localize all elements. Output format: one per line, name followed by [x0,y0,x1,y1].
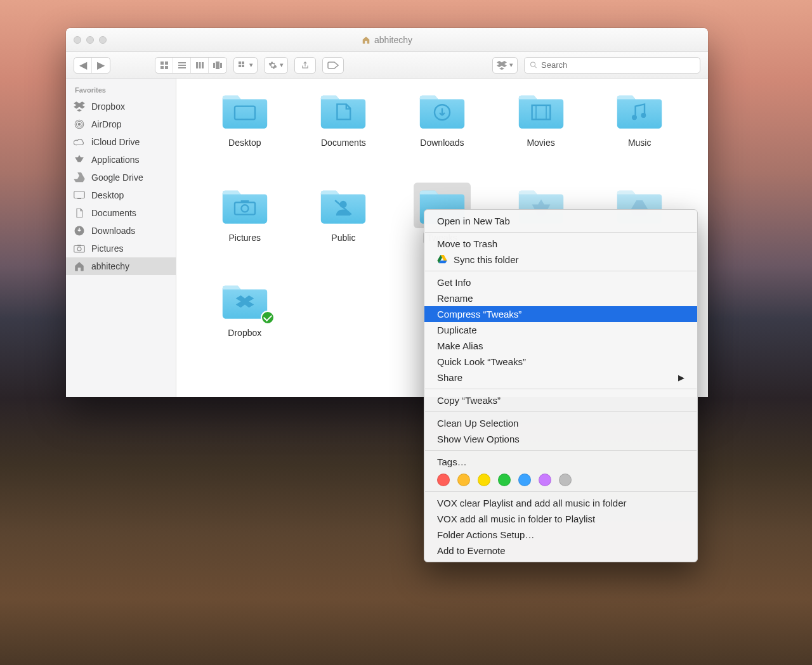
menu-item-add-to-evernote[interactable]: Add to Evernote [424,543,697,558]
tag-dot[interactable] [498,474,511,486]
menu-item-label: Get Info [437,277,471,288]
gdrive-icon [437,255,447,265]
folder-pictures[interactable]: Pictures [195,183,294,278]
forward-button[interactable]: ▶ [92,58,110,73]
folder-public[interactable]: Public [294,183,393,278]
sidebar-item-google-drive[interactable]: Google Drive [66,169,176,186]
toolbar: ◀ ▶ ▾ ▾ ▾ [66,52,708,79]
sidebar-item-label: Desktop [91,190,124,200]
menu-item-compress-tweaks[interactable]: Compress “Tweaks” [424,306,697,322]
menu-item-label: Clean Up Selection [437,418,518,429]
share-button[interactable] [294,57,316,74]
tag-dot[interactable] [559,474,572,486]
menu-item-label: Duplicate [437,325,477,335]
menu-separator [425,411,697,412]
menu-item-vox-clear-playlist-and-add-all-music-in-folder[interactable]: VOX clear Playlist and add all music in … [424,495,697,511]
svg-rect-11 [216,61,219,69]
folder-icon [513,87,570,133]
menu-separator [425,271,697,271]
sidebar-item-icloud-drive[interactable]: iCloud Drive [66,133,176,151]
tag-dot[interactable] [478,474,490,486]
menu-item-open-in-new-tab[interactable]: Open in New Tab [424,213,697,229]
svg-rect-27 [77,245,81,246]
menu-item-label: Rename [437,293,473,304]
menu-item-sync-this-folder[interactable]: Sync this folder [424,252,697,268]
menu-item-label: Make Alias [437,340,483,351]
sidebar-item-desktop[interactable]: Desktop [66,186,176,204]
menu-item-clean-up-selection[interactable]: Clean Up Selection [424,415,697,431]
tag-dot[interactable] [518,474,531,486]
svg-rect-25 [74,246,85,253]
svg-rect-7 [196,62,198,68]
folder-icon [315,87,372,133]
tag-dot[interactable] [437,474,450,486]
menu-separator [425,450,697,451]
traffic-lights [74,36,107,44]
sidebar-item-pictures[interactable]: Pictures [66,240,176,257]
icon-view-button[interactable] [155,58,173,73]
menu-item-get-info[interactable]: Get Info [424,274,697,290]
menu-separator [425,491,697,492]
folder-desktop[interactable]: Desktop [195,87,294,183]
tag-dot[interactable] [457,474,470,486]
sidebar-item-downloads[interactable]: Downloads [66,222,176,240]
list-view-button[interactable] [173,58,191,73]
menu-item-copy-tweaks[interactable]: Copy “Tweaks” [424,392,697,408]
menu-item-make-alias[interactable]: Make Alias [424,338,697,354]
sidebar-item-applications[interactable]: Applications [66,151,176,169]
tag-dot[interactable] [539,474,551,486]
titlebar[interactable]: abhitechy [66,28,708,52]
folder-movies[interactable]: Movies [492,87,591,183]
column-view-button[interactable] [191,58,209,73]
cloud-icon [74,136,85,148]
svg-rect-5 [178,65,186,66]
menu-item-label: Quick Look “Tweaks” [437,356,526,367]
folder-documents[interactable]: Documents [294,87,393,183]
folder-music[interactable]: Music [590,87,689,183]
svg-line-18 [535,66,537,68]
menu-item-duplicate[interactable]: Duplicate [424,322,697,338]
search-input[interactable] [541,60,695,70]
coverflow-view-button[interactable] [209,58,226,73]
downloads-icon [74,225,85,236]
menu-item-rename[interactable]: Rename [424,290,697,306]
minimize-window-button[interactable] [86,36,94,44]
sidebar-item-label: Downloads [91,226,135,236]
svg-rect-6 [178,67,186,68]
menu-item-label: Share [437,372,462,383]
back-button[interactable]: ◀ [74,58,92,73]
arrange-button[interactable]: ▾ [233,57,258,74]
svg-rect-0 [160,61,164,65]
search-field[interactable] [524,57,700,74]
menu-item-label: VOX clear Playlist and add all music in … [437,498,626,508]
menu-item-move-to-trash[interactable]: Move to Trash [424,236,697,252]
dropbox-icon [74,101,85,112]
sidebar-item-label: AirDrop [91,119,121,129]
folder-dropbox[interactable]: Dropbox [195,278,294,373]
svg-rect-14 [242,61,244,64]
menu-item-folder-actions-setup[interactable]: Folder Actions Setup… [424,527,697,543]
window-title-text: abhitechy [374,35,412,45]
menu-item-label: Move to Trash [437,238,497,249]
view-switcher [155,57,227,74]
menu-item-vox-add-all-music-in-folder-to-playlist[interactable]: VOX add all music in folder to Playlist [424,511,697,527]
sidebar-item-documents[interactable]: Documents [66,204,176,222]
tags-button[interactable] [322,57,344,74]
menu-item-label: Show View Options [437,434,520,444]
menu-item-label: Sync this folder [454,254,519,265]
action-button[interactable]: ▾ [264,57,288,74]
sidebar-item-abhitechy[interactable]: abhitechy [66,257,176,275]
menu-item-tags[interactable]: Tags… [424,454,697,470]
svg-rect-12 [220,63,222,68]
sidebar-item-airdrop[interactable]: AirDrop [66,115,176,133]
zoom-window-button[interactable] [99,36,107,44]
menu-item-quick-look-tweaks[interactable]: Quick Look “Tweaks” [424,354,697,370]
menu-item-show-view-options[interactable]: Show View Options [424,431,697,447]
menu-item-share[interactable]: Share▶ [424,370,697,385]
folder-downloads[interactable]: Downloads [393,87,492,183]
close-window-button[interactable] [74,36,81,44]
sidebar-item-dropbox[interactable]: Dropbox [66,98,176,115]
sidebar-item-label: abhitechy [91,261,129,271]
menu-separator [425,389,697,389]
dropbox-toolbar-button[interactable]: ▾ [492,57,518,74]
